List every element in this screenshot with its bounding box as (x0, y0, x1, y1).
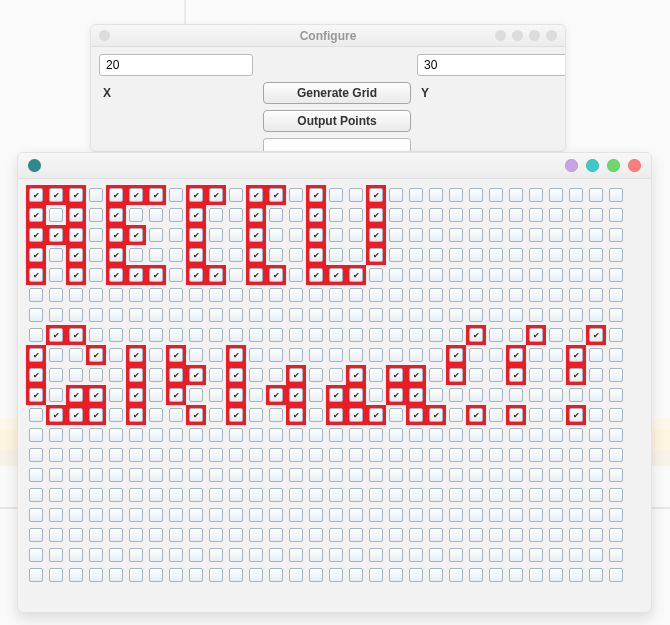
grid-cell[interactable] (386, 265, 406, 285)
checkbox-icon[interactable] (249, 508, 263, 522)
grid-cell[interactable] (306, 405, 326, 425)
grid-cell[interactable] (326, 425, 346, 445)
grid-cell[interactable] (46, 325, 66, 345)
traffic-dot-icon[interactable] (586, 159, 599, 172)
checkbox-icon[interactable] (549, 288, 563, 302)
grid-cell[interactable] (66, 345, 86, 365)
grid-cell[interactable] (206, 525, 226, 545)
checkbox-icon[interactable] (609, 388, 623, 402)
grid-cell[interactable] (386, 245, 406, 265)
checkbox-icon[interactable] (389, 208, 403, 222)
grid-cell[interactable] (346, 465, 366, 485)
checkbox-icon[interactable] (589, 328, 603, 342)
grid-cell[interactable] (366, 365, 386, 385)
grid-cell[interactable] (206, 185, 226, 205)
checkbox-icon[interactable] (529, 448, 543, 462)
grid-cell[interactable] (186, 425, 206, 445)
checkbox-icon[interactable] (189, 188, 203, 202)
checkbox-icon[interactable] (389, 368, 403, 382)
checkbox-icon[interactable] (389, 188, 403, 202)
grid-cell[interactable] (546, 285, 566, 305)
grid-cell[interactable] (466, 485, 486, 505)
grid-cell[interactable] (66, 405, 86, 425)
grid-cell[interactable] (566, 265, 586, 285)
checkbox-icon[interactable] (369, 228, 383, 242)
grid-cell[interactable] (506, 285, 526, 305)
checkbox-icon[interactable] (609, 428, 623, 442)
checkbox-icon[interactable] (489, 248, 503, 262)
grid-cell[interactable] (406, 185, 426, 205)
grid-cell[interactable] (386, 345, 406, 365)
grid-cell[interactable] (466, 385, 486, 405)
checkbox-icon[interactable] (349, 328, 363, 342)
grid-cell[interactable] (546, 485, 566, 505)
checkbox-icon[interactable] (109, 468, 123, 482)
checkbox-icon[interactable] (129, 468, 143, 482)
grid-cell[interactable] (586, 425, 606, 445)
checkbox-icon[interactable] (89, 348, 103, 362)
checkbox-icon[interactable] (609, 468, 623, 482)
grid-cell[interactable] (226, 285, 246, 305)
grid-cell[interactable] (166, 525, 186, 545)
grid-cell[interactable] (26, 385, 46, 405)
checkbox-icon[interactable] (229, 388, 243, 402)
checkbox-icon[interactable] (129, 388, 143, 402)
checkbox-icon[interactable] (589, 448, 603, 462)
grid-cell[interactable] (346, 545, 366, 565)
grid-cell[interactable] (246, 185, 266, 205)
grid-cell[interactable] (326, 505, 346, 525)
checkbox-icon[interactable] (489, 388, 503, 402)
checkbox-icon[interactable] (349, 188, 363, 202)
grid-cell[interactable] (426, 185, 446, 205)
grid-cell[interactable] (306, 345, 326, 365)
checkbox-icon[interactable] (409, 448, 423, 462)
checkbox-icon[interactable] (329, 288, 343, 302)
grid-cell[interactable] (226, 425, 246, 445)
grid-cell[interactable] (366, 325, 386, 345)
grid-cell[interactable] (126, 565, 146, 585)
grid-cell[interactable] (446, 465, 466, 485)
grid-cell[interactable] (126, 445, 146, 465)
grid-cell[interactable] (26, 545, 46, 565)
checkbox-icon[interactable] (69, 328, 83, 342)
checkbox-icon[interactable] (149, 568, 163, 582)
checkbox-icon[interactable] (149, 308, 163, 322)
grid-cell[interactable] (206, 565, 226, 585)
grid-cell[interactable] (146, 365, 166, 385)
grid-cell[interactable] (446, 325, 466, 345)
checkbox-icon[interactable] (29, 548, 43, 562)
grid-cell[interactable] (586, 545, 606, 565)
checkbox-icon[interactable] (549, 468, 563, 482)
checkbox-icon[interactable] (489, 468, 503, 482)
checkbox-icon[interactable] (229, 228, 243, 242)
checkbox-icon[interactable] (469, 528, 483, 542)
grid-cell[interactable] (146, 565, 166, 585)
checkbox-icon[interactable] (429, 508, 443, 522)
grid-cell[interactable] (106, 545, 126, 565)
grid-cell[interactable] (326, 465, 346, 485)
grid-cell[interactable] (206, 545, 226, 565)
grid-cell[interactable] (26, 285, 46, 305)
grid-cell[interactable] (566, 285, 586, 305)
grid-cell[interactable] (466, 445, 486, 465)
grid-cell[interactable] (226, 325, 246, 345)
grid-cell[interactable] (386, 565, 406, 585)
grid-cell[interactable] (266, 185, 286, 205)
checkbox-icon[interactable] (249, 248, 263, 262)
checkbox-icon[interactable] (289, 548, 303, 562)
checkbox-icon[interactable] (289, 208, 303, 222)
checkbox-icon[interactable] (89, 188, 103, 202)
checkbox-icon[interactable] (29, 488, 43, 502)
checkbox-icon[interactable] (449, 328, 463, 342)
grid-cell[interactable] (586, 445, 606, 465)
checkbox-icon[interactable] (189, 228, 203, 242)
grid-cell[interactable] (466, 425, 486, 445)
checkbox-icon[interactable] (489, 288, 503, 302)
grid-cell[interactable] (326, 285, 346, 305)
checkbox-icon[interactable] (309, 428, 323, 442)
checkbox-icon[interactable] (29, 288, 43, 302)
grid-cell[interactable] (446, 505, 466, 525)
grid-cell[interactable] (306, 385, 326, 405)
grid-cell[interactable] (486, 405, 506, 425)
checkbox-icon[interactable] (49, 388, 63, 402)
